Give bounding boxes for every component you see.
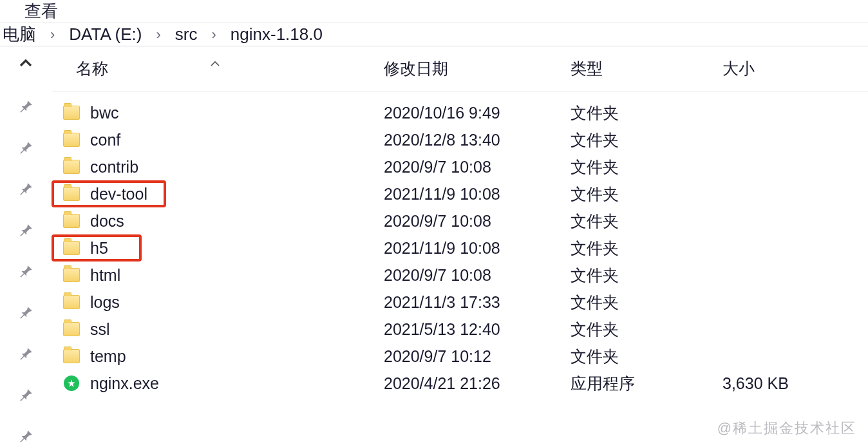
file-type: 文件夹 bbox=[571, 319, 722, 340]
file-row[interactable]: temp2020/9/7 10:12文件夹 bbox=[52, 343, 868, 370]
chevron-right-icon: › bbox=[50, 26, 55, 43]
folder-icon bbox=[63, 268, 80, 282]
file-name: temp bbox=[90, 347, 126, 366]
pin-icon[interactable] bbox=[17, 139, 34, 156]
file-row[interactable]: ssl2021/5/13 12:40文件夹 bbox=[52, 316, 868, 343]
file-list: 名称 修改日期 类型 大小 bwc2020/10/16 9:49文件夹conf2… bbox=[52, 46, 868, 447]
col-type[interactable]: 类型 bbox=[571, 58, 722, 79]
file-row[interactable]: conf2020/12/8 13:40文件夹 bbox=[52, 126, 868, 153]
pin-icon[interactable] bbox=[17, 304, 34, 321]
crumb-0[interactable]: 电脑 bbox=[3, 23, 36, 46]
file-name: bwc bbox=[90, 104, 118, 122]
scroll-up-arrow[interactable] bbox=[19, 57, 32, 70]
file-date: 2020/12/8 13:40 bbox=[384, 131, 571, 149]
file-row[interactable]: h52021/11/9 10:08文件夹 bbox=[52, 234, 868, 262]
file-name: html bbox=[90, 266, 120, 285]
file-type: 文件夹 bbox=[571, 211, 722, 232]
crumb-2[interactable]: src bbox=[175, 24, 198, 44]
crumb-1[interactable]: DATA (E:) bbox=[69, 24, 142, 44]
pin-icon[interactable] bbox=[17, 345, 34, 362]
file-name: conf bbox=[90, 131, 120, 149]
quick-access-sidebar bbox=[0, 46, 52, 447]
chevron-right-icon: › bbox=[211, 26, 216, 43]
breadcrumb: 电脑›DATA (E:)›src›nginx-1.18.0 bbox=[0, 23, 868, 46]
file-row[interactable]: html2020/9/7 10:08文件夹 bbox=[52, 262, 868, 289]
file-date: 2020/4/21 21:26 bbox=[384, 374, 571, 393]
file-type: 文件夹 bbox=[571, 265, 722, 286]
file-date: 2021/11/9 10:08 bbox=[384, 239, 571, 258]
file-row[interactable]: dev-tool2021/11/9 10:08文件夹 bbox=[52, 180, 868, 207]
file-date: 2021/11/9 10:08 bbox=[384, 185, 571, 204]
file-type: 文件夹 bbox=[571, 238, 722, 259]
file-name: ssl bbox=[90, 320, 110, 339]
file-type: 文件夹 bbox=[571, 129, 722, 151]
folder-icon bbox=[63, 349, 80, 363]
file-row[interactable]: bwc2020/10/16 9:49文件夹 bbox=[52, 99, 868, 126]
crumb-3[interactable]: nginx-1.18.0 bbox=[231, 24, 323, 44]
folder-icon bbox=[63, 295, 80, 309]
file-date: 2020/9/7 10:08 bbox=[384, 266, 571, 285]
file-date: 2021/5/13 12:40 bbox=[384, 320, 571, 339]
file-name: logs bbox=[90, 293, 120, 312]
file-date: 2020/10/16 9:49 bbox=[384, 104, 571, 122]
pin-icon[interactable] bbox=[17, 180, 34, 197]
file-row[interactable]: contrib2020/9/7 10:08文件夹 bbox=[52, 153, 868, 180]
menu-bar: 查看 bbox=[0, 0, 868, 23]
folder-icon bbox=[63, 214, 80, 228]
application-icon bbox=[64, 376, 79, 391]
file-name: contrib bbox=[90, 158, 138, 176]
folder-icon bbox=[63, 133, 80, 147]
pin-icon[interactable] bbox=[17, 386, 34, 403]
col-name[interactable]: 名称 bbox=[52, 58, 384, 79]
file-name: docs bbox=[90, 212, 124, 231]
col-size[interactable]: 大小 bbox=[722, 58, 868, 79]
file-date: 2020/9/7 10:12 bbox=[384, 347, 571, 366]
file-name: nginx.exe bbox=[90, 374, 159, 393]
main-area: 名称 修改日期 类型 大小 bwc2020/10/16 9:49文件夹conf2… bbox=[0, 46, 868, 447]
col-date[interactable]: 修改日期 bbox=[384, 58, 571, 79]
file-date: 2020/9/7 10:08 bbox=[384, 212, 571, 231]
pin-icon[interactable] bbox=[17, 263, 34, 280]
sort-ascending-icon bbox=[210, 57, 220, 70]
menu-view[interactable]: 查看 bbox=[24, 0, 58, 23]
file-type: 文件夹 bbox=[571, 157, 722, 178]
chevron-right-icon: › bbox=[156, 26, 160, 43]
pin-icon[interactable] bbox=[17, 98, 34, 115]
column-headers: 名称 修改日期 类型 大小 bbox=[52, 46, 868, 91]
folder-icon bbox=[63, 160, 80, 174]
file-row[interactable]: nginx.exe2020/4/21 21:26应用程序3,630 KB bbox=[52, 370, 868, 397]
file-type: 文件夹 bbox=[571, 292, 722, 313]
folder-icon bbox=[63, 241, 80, 255]
pin-icon[interactable] bbox=[17, 222, 34, 238]
file-row[interactable]: logs2021/11/3 17:33文件夹 bbox=[52, 289, 868, 316]
file-date: 2021/11/3 17:33 bbox=[384, 293, 571, 312]
file-row[interactable]: docs2020/9/7 10:08文件夹 bbox=[52, 207, 868, 234]
file-type: 文件夹 bbox=[571, 102, 722, 124]
file-date: 2020/9/7 10:08 bbox=[384, 158, 571, 176]
file-type: 文件夹 bbox=[571, 184, 722, 205]
folder-icon bbox=[63, 106, 80, 120]
folder-icon bbox=[63, 322, 80, 336]
folder-icon bbox=[63, 187, 80, 201]
watermark: @稀土掘金技术社区 bbox=[717, 419, 856, 438]
file-name: dev-tool bbox=[90, 185, 147, 204]
col-name-label: 名称 bbox=[76, 59, 108, 77]
file-rows: bwc2020/10/16 9:49文件夹conf2020/12/8 13:40… bbox=[52, 91, 868, 447]
file-type: 文件夹 bbox=[571, 346, 722, 367]
file-name: h5 bbox=[90, 239, 108, 258]
file-size: 3,630 KB bbox=[722, 374, 868, 393]
pin-icon[interactable] bbox=[17, 428, 34, 444]
file-type: 应用程序 bbox=[571, 373, 722, 394]
